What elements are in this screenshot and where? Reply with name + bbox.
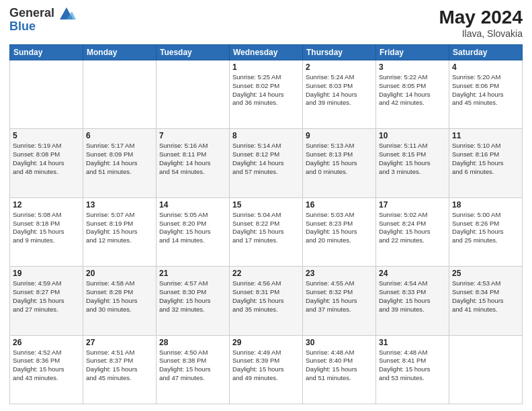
day-info: Sunrise: 4:50 AM Sunset: 8:38 PM Dayligh… xyxy=(159,349,226,383)
day-number: 30 xyxy=(306,338,373,347)
day-number: 21 xyxy=(159,269,226,278)
table-row: 31Sunrise: 4:48 AM Sunset: 8:41 PM Dayli… xyxy=(376,335,449,404)
day-info: Sunrise: 4:49 AM Sunset: 8:39 PM Dayligh… xyxy=(232,349,300,383)
day-number: 15 xyxy=(232,200,300,210)
day-number: 28 xyxy=(159,338,226,347)
day-info: Sunrise: 5:05 AM Sunset: 8:20 PM Dayligh… xyxy=(159,211,226,245)
col-saturday: Saturday xyxy=(449,45,523,60)
day-number: 2 xyxy=(306,62,373,72)
table-row: 20Sunrise: 4:58 AM Sunset: 8:28 PM Dayli… xyxy=(83,267,157,335)
table-row: 2Sunrise: 5:24 AM Sunset: 8:03 PM Daylig… xyxy=(303,60,376,129)
day-number: 14 xyxy=(159,200,226,210)
day-info: Sunrise: 4:53 AM Sunset: 8:34 PM Dayligh… xyxy=(452,279,519,314)
calendar-week-4: 26Sunrise: 4:52 AM Sunset: 8:36 PM Dayli… xyxy=(10,335,523,404)
day-info: Sunrise: 5:19 AM Sunset: 8:08 PM Dayligh… xyxy=(13,142,80,176)
col-monday: Monday xyxy=(83,45,157,60)
day-info: Sunrise: 5:24 AM Sunset: 8:03 PM Dayligh… xyxy=(306,73,373,107)
table-row: 1Sunrise: 5:25 AM Sunset: 8:02 PM Daylig… xyxy=(230,60,303,129)
day-number: 8 xyxy=(232,131,300,140)
table-row: 13Sunrise: 5:07 AM Sunset: 8:19 PM Dayli… xyxy=(83,197,157,266)
table-row xyxy=(157,60,230,129)
day-number: 4 xyxy=(452,62,519,72)
day-info: Sunrise: 5:10 AM Sunset: 8:16 PM Dayligh… xyxy=(452,142,519,176)
day-number: 20 xyxy=(86,269,153,278)
month-year: May 2024 xyxy=(439,7,523,28)
day-number: 6 xyxy=(86,131,153,140)
table-row: 9Sunrise: 5:13 AM Sunset: 8:13 PM Daylig… xyxy=(303,129,376,197)
table-row: 15Sunrise: 5:04 AM Sunset: 8:22 PM Dayli… xyxy=(230,197,303,266)
day-info: Sunrise: 4:58 AM Sunset: 8:28 PM Dayligh… xyxy=(86,279,153,314)
day-number: 16 xyxy=(306,200,373,210)
table-row: 17Sunrise: 5:02 AM Sunset: 8:24 PM Dayli… xyxy=(376,197,449,266)
title-block: May 2024 Ilava, Slovakia xyxy=(439,7,523,39)
day-info: Sunrise: 5:11 AM Sunset: 8:15 PM Dayligh… xyxy=(379,142,446,176)
table-row: 3Sunrise: 5:22 AM Sunset: 8:05 PM Daylig… xyxy=(376,60,449,129)
calendar-week-3: 19Sunrise: 4:59 AM Sunset: 8:27 PM Dayli… xyxy=(10,267,523,335)
day-number: 5 xyxy=(13,131,80,140)
day-number: 19 xyxy=(13,269,80,278)
day-number: 18 xyxy=(452,200,519,210)
table-row: 22Sunrise: 4:56 AM Sunset: 8:31 PM Dayli… xyxy=(230,267,303,335)
day-info: Sunrise: 5:17 AM Sunset: 8:09 PM Dayligh… xyxy=(86,142,153,176)
table-row: 16Sunrise: 5:03 AM Sunset: 8:23 PM Dayli… xyxy=(303,197,376,266)
day-info: Sunrise: 4:59 AM Sunset: 8:27 PM Dayligh… xyxy=(13,279,80,314)
col-friday: Friday xyxy=(376,45,449,60)
table-row: 26Sunrise: 4:52 AM Sunset: 8:36 PM Dayli… xyxy=(10,335,83,404)
day-info: Sunrise: 5:25 AM Sunset: 8:02 PM Dayligh… xyxy=(232,73,300,107)
table-row: 30Sunrise: 4:48 AM Sunset: 8:40 PM Dayli… xyxy=(303,335,376,404)
table-row: 5Sunrise: 5:19 AM Sunset: 8:08 PM Daylig… xyxy=(10,129,83,197)
table-row: 4Sunrise: 5:20 AM Sunset: 8:06 PM Daylig… xyxy=(449,60,523,129)
col-sunday: Sunday xyxy=(10,45,83,60)
table-row xyxy=(83,60,157,129)
day-number: 1 xyxy=(232,62,300,72)
table-row: 11Sunrise: 5:10 AM Sunset: 8:16 PM Dayli… xyxy=(449,129,523,197)
day-number: 22 xyxy=(232,269,300,278)
day-info: Sunrise: 4:56 AM Sunset: 8:31 PM Dayligh… xyxy=(232,279,300,314)
day-number: 9 xyxy=(306,131,373,140)
table-row: 10Sunrise: 5:11 AM Sunset: 8:15 PM Dayli… xyxy=(376,129,449,197)
day-info: Sunrise: 5:16 AM Sunset: 8:11 PM Dayligh… xyxy=(159,142,226,176)
day-number: 12 xyxy=(13,200,80,210)
day-info: Sunrise: 5:13 AM Sunset: 8:13 PM Dayligh… xyxy=(306,142,373,176)
day-number: 29 xyxy=(232,338,300,347)
table-row: 27Sunrise: 4:51 AM Sunset: 8:37 PM Dayli… xyxy=(83,335,157,404)
logo-icon xyxy=(57,5,76,24)
table-row: 21Sunrise: 4:57 AM Sunset: 8:30 PM Dayli… xyxy=(157,267,230,335)
calendar-week-2: 12Sunrise: 5:08 AM Sunset: 8:18 PM Dayli… xyxy=(10,197,523,266)
day-number: 13 xyxy=(86,200,153,210)
table-row xyxy=(10,60,83,129)
table-row: 29Sunrise: 4:49 AM Sunset: 8:39 PM Dayli… xyxy=(230,335,303,404)
day-info: Sunrise: 5:14 AM Sunset: 8:12 PM Dayligh… xyxy=(232,142,300,176)
table-row xyxy=(449,335,523,404)
logo-general: General xyxy=(9,7,54,20)
day-number: 10 xyxy=(379,131,446,140)
day-info: Sunrise: 4:57 AM Sunset: 8:30 PM Dayligh… xyxy=(159,279,226,314)
day-number: 24 xyxy=(379,269,446,278)
calendar-header-row: Sunday Monday Tuesday Wednesday Thursday… xyxy=(10,45,523,60)
table-row: 28Sunrise: 4:50 AM Sunset: 8:38 PM Dayli… xyxy=(157,335,230,404)
day-number: 7 xyxy=(159,131,226,140)
day-info: Sunrise: 4:48 AM Sunset: 8:41 PM Dayligh… xyxy=(379,349,446,383)
page: General Blue May 2024 Ilava, Slovakia Su… xyxy=(0,0,532,411)
table-row: 8Sunrise: 5:14 AM Sunset: 8:12 PM Daylig… xyxy=(230,129,303,197)
day-info: Sunrise: 5:07 AM Sunset: 8:19 PM Dayligh… xyxy=(86,211,153,245)
table-row: 7Sunrise: 5:16 AM Sunset: 8:11 PM Daylig… xyxy=(157,129,230,197)
location: Ilava, Slovakia xyxy=(439,28,523,39)
logo: General Blue xyxy=(9,7,76,34)
table-row: 19Sunrise: 4:59 AM Sunset: 8:27 PM Dayli… xyxy=(10,267,83,335)
day-info: Sunrise: 5:20 AM Sunset: 8:06 PM Dayligh… xyxy=(452,73,519,107)
day-number: 23 xyxy=(306,269,373,278)
day-info: Sunrise: 5:03 AM Sunset: 8:23 PM Dayligh… xyxy=(306,211,373,245)
day-info: Sunrise: 4:54 AM Sunset: 8:33 PM Dayligh… xyxy=(379,279,446,314)
day-info: Sunrise: 4:55 AM Sunset: 8:32 PM Dayligh… xyxy=(306,279,373,314)
day-info: Sunrise: 5:22 AM Sunset: 8:05 PM Dayligh… xyxy=(379,73,446,107)
logo-blue: Blue xyxy=(9,20,54,34)
day-number: 27 xyxy=(86,338,153,347)
table-row: 6Sunrise: 5:17 AM Sunset: 8:09 PM Daylig… xyxy=(83,129,157,197)
col-wednesday: Wednesday xyxy=(230,45,303,60)
table-row: 18Sunrise: 5:00 AM Sunset: 8:26 PM Dayli… xyxy=(449,197,523,266)
day-number: 17 xyxy=(379,200,446,210)
calendar: Sunday Monday Tuesday Wednesday Thursday… xyxy=(9,44,523,404)
table-row: 23Sunrise: 4:55 AM Sunset: 8:32 PM Dayli… xyxy=(303,267,376,335)
day-info: Sunrise: 5:00 AM Sunset: 8:26 PM Dayligh… xyxy=(452,211,519,245)
